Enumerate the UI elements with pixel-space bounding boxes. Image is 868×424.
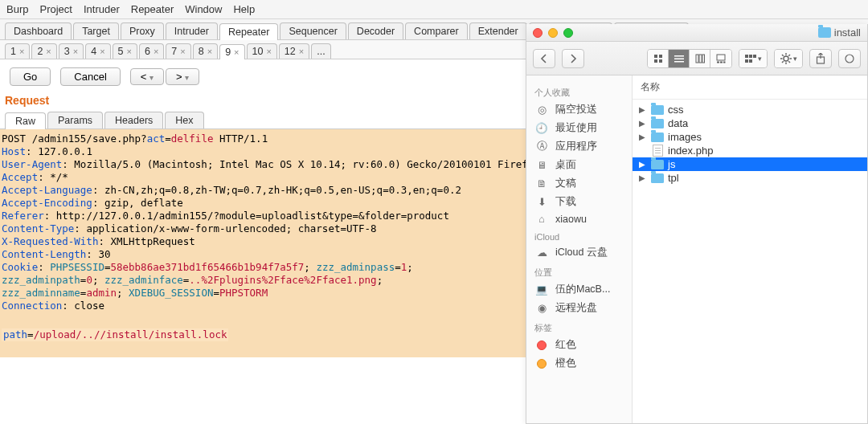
- viewtab-hex[interactable]: Hex: [165, 112, 203, 128]
- tab-extender[interactable]: Extender: [469, 22, 527, 39]
- viewtab-headers[interactable]: Headers: [104, 112, 163, 128]
- close-icon[interactable]: ×: [73, 47, 78, 56]
- sidebar-tag-red[interactable]: 红色: [526, 336, 632, 354]
- subtab-more[interactable]: ...: [311, 43, 330, 59]
- disclosure-triangle-icon[interactable]: ▶: [637, 173, 647, 182]
- arrange-icon[interactable]: ▾: [739, 50, 767, 67]
- tab-proxy[interactable]: Proxy: [121, 22, 164, 39]
- subtab-5[interactable]: 5×: [113, 43, 137, 59]
- desktop-icon: 🖥: [534, 160, 549, 171]
- subtab-9[interactable]: 9×: [219, 44, 244, 59]
- disclosure-triangle-icon[interactable]: ▶: [637, 132, 647, 141]
- subtab-3[interactable]: 3×: [59, 43, 84, 59]
- subtab-12[interactable]: 12×: [279, 43, 309, 59]
- sidebar-applications[interactable]: Ⓐ应用程序: [526, 137, 632, 156]
- airdrop-icon: ◎: [534, 104, 549, 116]
- view-columns-icon[interactable]: [690, 50, 710, 67]
- svg-rect-11: [717, 61, 719, 63]
- viewtab-raw[interactable]: Raw: [5, 112, 46, 129]
- close-icon[interactable]: ×: [180, 47, 185, 56]
- sidebar-documents[interactable]: 🗎文稿: [526, 174, 632, 193]
- forward-button[interactable]: [562, 49, 584, 68]
- menu-item[interactable]: Burp: [6, 3, 28, 15]
- close-icon[interactable]: ×: [266, 47, 271, 56]
- zoom-window-icon[interactable]: [563, 28, 573, 38]
- sidebar-downloads[interactable]: ⬇下载: [526, 193, 632, 211]
- close-icon[interactable]: ×: [46, 47, 51, 56]
- action-gear-icon[interactable]: ▾: [775, 50, 802, 67]
- subtab-1[interactable]: 1×: [5, 43, 30, 59]
- sidebar-icloud-drive[interactable]: ☁iCloud 云盘: [526, 243, 632, 262]
- sidebar-home[interactable]: ⌂xiaowu: [526, 211, 632, 227]
- finder-column-name[interactable]: 名称: [633, 75, 867, 100]
- close-icon[interactable]: ×: [127, 47, 132, 56]
- cancel-button[interactable]: Cancel: [60, 67, 120, 86]
- close-icon[interactable]: ×: [154, 47, 158, 56]
- close-icon[interactable]: ×: [234, 47, 239, 57]
- view-gallery-icon[interactable]: [710, 50, 731, 67]
- menu-item[interactable]: Window: [185, 3, 222, 15]
- download-icon: ⬇: [534, 196, 549, 208]
- subtab-10[interactable]: 10×: [247, 43, 277, 59]
- sidebar-remote-disc[interactable]: ◉远程光盘: [526, 299, 632, 317]
- home-icon: ⌂: [534, 214, 549, 225]
- menu-item[interactable]: Help: [233, 3, 255, 15]
- sidebar-airdrop[interactable]: ◎隔空投送: [526, 100, 632, 119]
- menu-item[interactable]: Project: [39, 3, 72, 15]
- svg-rect-12: [720, 61, 723, 63]
- close-icon[interactable]: ×: [207, 47, 212, 56]
- close-window-icon[interactable]: [533, 28, 542, 38]
- sidebar-desktop[interactable]: 🖥桌面: [526, 156, 632, 174]
- tab-intruder[interactable]: Intruder: [166, 22, 218, 39]
- subtab-7[interactable]: 7×: [166, 43, 190, 59]
- view-icon-grid-icon[interactable]: [648, 50, 669, 67]
- tab-target[interactable]: Target: [73, 22, 119, 39]
- disclosure-triangle-icon[interactable]: ▶: [637, 105, 647, 114]
- documents-icon: 🗎: [534, 178, 549, 190]
- list-item[interactable]: ▶ tpl: [633, 171, 867, 185]
- list-item[interactable]: index.php: [633, 144, 867, 157]
- svg-rect-14: [745, 55, 748, 58]
- close-icon[interactable]: ×: [299, 47, 304, 56]
- subtab-2[interactable]: 2×: [31, 43, 56, 59]
- disclosure-triangle-icon[interactable]: ▶: [637, 119, 647, 128]
- disc-icon: ◉: [534, 302, 549, 314]
- laptop-icon: 💻: [534, 283, 549, 296]
- sidebar-recent[interactable]: 🕘最近使用: [526, 119, 632, 137]
- back-button[interactable]: [533, 49, 555, 68]
- viewtab-params[interactable]: Params: [47, 112, 103, 128]
- svg-rect-1: [659, 55, 662, 58]
- tab-dashboard[interactable]: Dashboard: [5, 22, 72, 39]
- close-icon[interactable]: ×: [19, 47, 24, 56]
- menu-item[interactable]: Intruder: [84, 3, 120, 15]
- prev-button[interactable]: < ▾: [130, 68, 164, 85]
- sidebar-tags-header: 标签: [526, 317, 632, 336]
- list-item[interactable]: ▶ css: [633, 103, 867, 116]
- tab-repeater[interactable]: Repeater: [219, 23, 278, 40]
- sidebar-tag-orange[interactable]: 橙色: [526, 354, 632, 373]
- subtab-6[interactable]: 6×: [139, 43, 164, 59]
- action-segment: ▾: [774, 49, 803, 68]
- menu-item[interactable]: Repeater: [131, 3, 174, 15]
- tab-comparer[interactable]: Comparer: [405, 22, 468, 39]
- tab-decoder[interactable]: Decoder: [348, 22, 403, 39]
- finder-titlebar: install: [526, 24, 867, 42]
- finder-window: install ▾: [526, 24, 868, 424]
- disclosure-triangle-icon[interactable]: ▶: [637, 160, 647, 169]
- subtab-4[interactable]: 4×: [85, 43, 110, 59]
- view-list-icon[interactable]: [669, 50, 690, 67]
- go-button[interactable]: Go: [10, 67, 51, 86]
- sidebar-macbook[interactable]: 💻伍的MacB...: [526, 280, 632, 299]
- close-icon[interactable]: ×: [100, 47, 104, 56]
- tab-sequencer[interactable]: Sequencer: [280, 22, 346, 39]
- finder-file-tree: ▶ css ▶ data ▶ images index.php: [633, 100, 867, 188]
- tags-icon[interactable]: [838, 49, 861, 68]
- list-item[interactable]: ▶ images: [633, 130, 867, 144]
- svg-line-26: [782, 61, 784, 63]
- subtab-8[interactable]: 8×: [193, 43, 218, 59]
- next-button[interactable]: > ▾: [166, 68, 199, 85]
- minimize-window-icon[interactable]: [548, 28, 558, 38]
- share-icon[interactable]: [809, 49, 832, 68]
- list-item[interactable]: ▶ js: [633, 157, 867, 171]
- list-item[interactable]: ▶ data: [633, 116, 867, 130]
